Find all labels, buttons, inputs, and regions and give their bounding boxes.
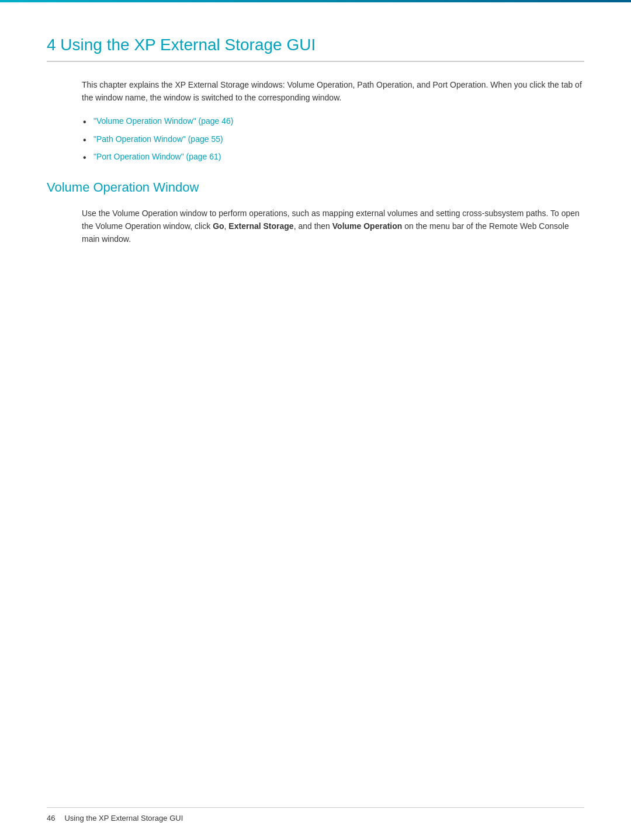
- bold-external-storage: External Storage: [228, 221, 293, 231]
- page-container: 4 Using the XP External Storage GUI This…: [0, 0, 631, 840]
- content-area: 4 Using the XP External Storage GUI This…: [0, 0, 631, 293]
- footer-text: Using the XP External Storage GUI: [64, 814, 183, 822]
- section-title: Volume Operation Window: [47, 180, 584, 195]
- chapter-number: 4: [47, 36, 56, 54]
- path-operation-link[interactable]: "Path Operation Window" (page 55): [93, 134, 223, 144]
- separator2: , and then: [294, 221, 332, 231]
- bold-volume-operation: Volume Operation: [332, 221, 403, 231]
- chapter-title-text: Using the XP External Storage GUI: [60, 36, 316, 54]
- list-item: "Path Operation Window" (page 55): [93, 133, 584, 145]
- list-item: "Port Operation Window" (page 61): [93, 150, 584, 163]
- bullet-list: "Volume Operation Window" (page 46) "Pat…: [93, 114, 584, 163]
- list-item: "Volume Operation Window" (page 46): [93, 114, 584, 127]
- footer: 46 Using the XP External Storage GUI: [47, 807, 584, 822]
- port-operation-link[interactable]: "Port Operation Window" (page 61): [93, 152, 221, 161]
- volume-operation-link[interactable]: "Volume Operation Window" (page 46): [93, 116, 234, 126]
- chapter-intro: This chapter explains the XP External St…: [82, 78, 584, 105]
- top-border: [0, 0, 631, 2]
- footer-page-number: 46: [47, 814, 55, 822]
- section-body: Use the Volume Operation window to perfo…: [82, 207, 584, 246]
- bold-go: Go: [213, 221, 224, 231]
- chapter-title: 4 Using the XP External Storage GUI: [47, 35, 584, 62]
